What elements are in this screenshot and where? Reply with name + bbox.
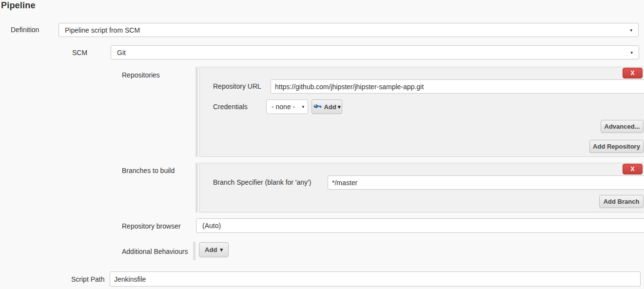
add-behaviour-label: Add	[205, 246, 217, 253]
page-title: Pipeline	[1, 0, 36, 11]
chevron-down-icon: ▾	[302, 105, 304, 109]
script-path-label: Script Path	[71, 275, 104, 283]
branches-to-build-label: Branches to build	[122, 167, 175, 174]
definition-label: Definition	[11, 26, 39, 34]
additional-behaviours-label: Additional Behaviours	[122, 248, 188, 255]
delete-repository-button[interactable]: X	[623, 68, 643, 78]
key-icon	[313, 103, 322, 111]
repository-url-label: Repository URL	[213, 82, 261, 90]
add-credentials-button[interactable]: Add ▾	[312, 99, 342, 114]
add-behaviour-button[interactable]: Add ▾	[199, 242, 229, 257]
credentials-select-value: - none -	[272, 103, 295, 111]
script-path-input[interactable]	[110, 271, 641, 287]
repositories-indent-bar	[195, 67, 198, 157]
scm-label: SCM	[72, 49, 87, 57]
caret-down-icon: ▾	[220, 247, 223, 252]
chevron-down-icon: ▾	[630, 50, 633, 55]
definition-select-value: Pipeline script from SCM	[65, 26, 140, 34]
advanced-button[interactable]: Advanced...	[601, 120, 644, 133]
repository-url-input[interactable]	[271, 79, 644, 94]
add-repository-button[interactable]: Add Repository	[589, 140, 644, 153]
add-credentials-label: Add	[324, 103, 336, 111]
pipeline-config-page: Pipeline Definition Pipeline script from…	[0, 0, 644, 289]
repository-browser-select[interactable]: (Auto)	[196, 218, 644, 233]
chevron-down-icon: ▾	[630, 28, 632, 32]
add-branch-button[interactable]: Add Branch	[599, 195, 644, 208]
credentials-select[interactable]: - none - ▾	[266, 99, 308, 114]
scm-select-value: Git	[117, 49, 126, 57]
scm-select[interactable]: Git ▾	[111, 45, 639, 59]
delete-branch-button[interactable]: X	[623, 164, 643, 174]
branch-specifier-label: Branch Specifier (blank for 'any')	[213, 178, 311, 186]
repository-browser-value: (Auto)	[202, 222, 221, 230]
additional-behaviours-indent-bar	[193, 242, 195, 260]
repository-browser-label: Repository browser	[122, 222, 181, 230]
definition-select[interactable]: Pipeline script from SCM ▾	[59, 23, 639, 37]
caret-down-icon: ▾	[338, 104, 341, 110]
credentials-label: Credentials	[213, 103, 248, 111]
branches-indent-bar	[195, 163, 198, 212]
branch-specifier-input[interactable]	[328, 175, 644, 190]
repositories-label: Repositories	[122, 71, 160, 79]
